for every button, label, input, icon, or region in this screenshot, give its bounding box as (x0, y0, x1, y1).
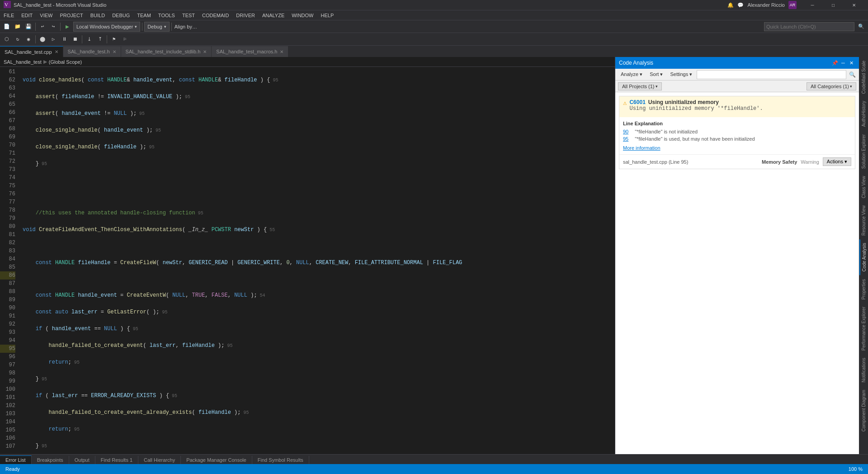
debugger-dropdown[interactable]: Local Windows Debugger ▾ (73, 22, 140, 32)
panel-minimize-button[interactable]: ─ (839, 59, 847, 67)
status-zoom[interactable]: 100 % (847, 466, 864, 472)
start-btn[interactable]: ▶ (62, 22, 72, 32)
sidebar-tab-solution-explorer[interactable]: Solution Explorer (860, 131, 868, 172)
menu-window[interactable]: WINDOW (288, 10, 317, 20)
menu-build[interactable]: BUILD (87, 10, 108, 20)
menu-debug[interactable]: DEBUG (108, 10, 133, 20)
menu-tools[interactable]: TOOLS (155, 10, 179, 20)
tb2-btn2[interactable]: ↻ (13, 34, 23, 44)
search-icon[interactable]: 🔍 (856, 22, 866, 32)
panel-search-icon[interactable]: 🔍 (848, 71, 856, 79)
toolbar-2: ⬡ ↻ ◉ ⬤ ▷ ⏸ ⏹ ⤓ ⤒ ⚑ ⚐ (0, 33, 868, 45)
all-categories-filter[interactable]: All Categories (1) ▾ (807, 82, 856, 90)
tab-sal-handle-test-h[interactable]: SAL_handle_test.h ✕ (63, 46, 121, 57)
tab-sal-handle-test-cpp[interactable]: SAL_handle_test.cpp ✕ (0, 46, 63, 57)
tab-include-stdlib[interactable]: SAL_handle_test_include_stdlib.h ✕ (121, 46, 212, 57)
menu-help[interactable]: HELP (317, 10, 338, 20)
bottom-tab-output[interactable]: Output (69, 456, 95, 464)
explanation-line-90[interactable]: 90 (623, 129, 628, 134)
minimize-button[interactable]: ─ (802, 0, 823, 10)
bottom-tab-find-symbol[interactable]: Find Symbol Results (252, 456, 309, 464)
menu-edit[interactable]: EDIT (18, 10, 36, 20)
menu-team[interactable]: TEAM (133, 10, 155, 20)
open-btn[interactable]: 📁 (13, 22, 23, 32)
tab-close-icon[interactable]: ✕ (113, 49, 116, 54)
sidebar-tab-notifications[interactable]: Notifications (860, 354, 868, 386)
feedback-icon[interactable]: 💬 (737, 2, 744, 8)
line-numbers: 6162636465 6667686970 7172737475 7677787… (0, 67, 19, 454)
sidebar-tab-perf-explorer[interactable]: Performance Explorer (860, 303, 868, 354)
panel-pin-button[interactable]: 📌 (831, 59, 839, 67)
tab-close-icon[interactable]: ✕ (203, 49, 207, 54)
tb2-btn4[interactable]: ⬤ (38, 34, 47, 44)
menu-test[interactable]: TEST (179, 10, 198, 20)
maximize-button[interactable]: □ (823, 0, 844, 10)
menu-project[interactable]: PROJECT (56, 10, 86, 20)
bottom-tab-breakpoints[interactable]: Breakpoints (32, 456, 69, 464)
tab-macros[interactable]: SAL_handle_test_macros.h ✕ (212, 46, 288, 57)
config-label: Debug (147, 24, 162, 29)
save-btn[interactable]: 💾 (24, 22, 33, 32)
breadcrumb-bar: SAL_handle_test ▶ (Global Scope) (0, 57, 615, 67)
tb2-btn6[interactable]: ⏸ (59, 34, 69, 44)
tb2-btn5[interactable]: ▷ (48, 34, 58, 44)
tab-close-icon[interactable]: ✕ (280, 49, 283, 54)
code-editor[interactable]: void close_handles( const HANDLE& handle… (19, 67, 615, 454)
redo-btn[interactable]: ↪ (48, 22, 58, 32)
tb2-btn10[interactable]: ⚑ (109, 34, 119, 44)
explanation-item-2: 95 "*fileHandle" is used, but may not ha… (623, 135, 851, 142)
bottom-tab-call-hierarchy[interactable]: Call Hierarchy (138, 456, 181, 464)
sidebar-tab-class-view[interactable]: Class View (860, 172, 868, 202)
tb2-btn7[interactable]: ⏹ (70, 34, 80, 44)
user-avatar[interactable]: AR (788, 1, 797, 9)
tab-label: SAL_handle_test.cpp (5, 49, 52, 55)
tb2-btn3[interactable]: ◉ (24, 34, 33, 44)
tab-close-icon[interactable]: ✕ (55, 49, 58, 54)
notifications-icon[interactable]: 🔔 (727, 2, 734, 8)
menu-codemaid[interactable]: CODEMAID (198, 10, 232, 20)
breadcrumb-file[interactable]: SAL_handle_test (4, 59, 42, 65)
close-button[interactable]: ✕ (844, 0, 864, 10)
explanation-text-2: "*fileHandle" is used, but may not have … (632, 136, 755, 142)
sidebar-tab-properties[interactable]: Properties (860, 275, 868, 303)
explanation-line-95[interactable]: 95 (623, 136, 628, 142)
menu-bar: FILE EDIT VIEW PROJECT BUILD DEBUG TEAM … (0, 10, 868, 20)
sidebar-tab-codemaid[interactable]: CodeMaid Scale (860, 57, 868, 97)
panel-close-button[interactable]: ✕ (847, 59, 855, 67)
sidebar-tab-component-diagram[interactable]: Component Diagram (860, 386, 868, 435)
all-projects-filter[interactable]: All Projects (1) ▾ (618, 82, 662, 90)
status-ready: Ready (4, 466, 22, 472)
tb2-btn1[interactable]: ⬡ (2, 34, 12, 44)
line-explanation-label: Line Explanation (623, 121, 851, 126)
debugger-label: Local Windows Debugger (76, 24, 133, 29)
tb2-btn8[interactable]: ⤓ (84, 34, 94, 44)
svg-text:V: V (5, 2, 8, 7)
bottom-tab-error-list[interactable]: Error List (0, 455, 32, 464)
sidebar-tab-resource-view[interactable]: Resource View (860, 202, 868, 239)
actions-button[interactable]: Actions ▾ (823, 157, 851, 166)
menu-view[interactable]: VIEW (36, 10, 56, 20)
new-project-btn[interactable]: 📄 (2, 22, 12, 32)
sidebar-tab-authhistory[interactable]: AuthoHistory (860, 97, 868, 130)
sidebar-tab-code-analysis[interactable]: Code Analysis (859, 239, 868, 275)
analyze-dropdown-btn[interactable]: Analyze ▾ (618, 71, 645, 78)
bottom-tab-find-results-1[interactable]: Find Results 1 (95, 456, 138, 464)
config-dropdown[interactable]: Debug ▾ (144, 22, 169, 32)
more-info-link[interactable]: More information (623, 145, 851, 151)
tb2-btn11[interactable]: ⚐ (120, 34, 130, 44)
menu-file[interactable]: FILE (0, 10, 18, 20)
settings-dropdown-btn[interactable]: Settings ▾ (667, 71, 695, 78)
bottom-tab-package-manager[interactable]: Package Manager Console (181, 456, 252, 464)
panel-content: ⚠ C6001 Using uninitialized memory Using… (615, 92, 859, 454)
undo-btn[interactable]: ↩ (38, 22, 47, 32)
tb2-btn9[interactable]: ⤒ (95, 34, 105, 44)
breadcrumb-sep: ▶ (43, 59, 47, 65)
breadcrumb-scope[interactable]: (Global Scope) (49, 59, 82, 65)
menu-analyze[interactable]: ANALYZE (259, 10, 288, 20)
align-btn[interactable]: Align by… (174, 22, 198, 32)
menu-driver[interactable]: DRIVER (232, 10, 259, 20)
sort-dropdown-btn[interactable]: Sort ▾ (647, 71, 665, 78)
panel-search-input[interactable] (697, 70, 846, 79)
warning-body: Line Explanation 90 "*fileHandle" is not… (619, 117, 855, 154)
quick-launch-input[interactable] (764, 22, 854, 31)
